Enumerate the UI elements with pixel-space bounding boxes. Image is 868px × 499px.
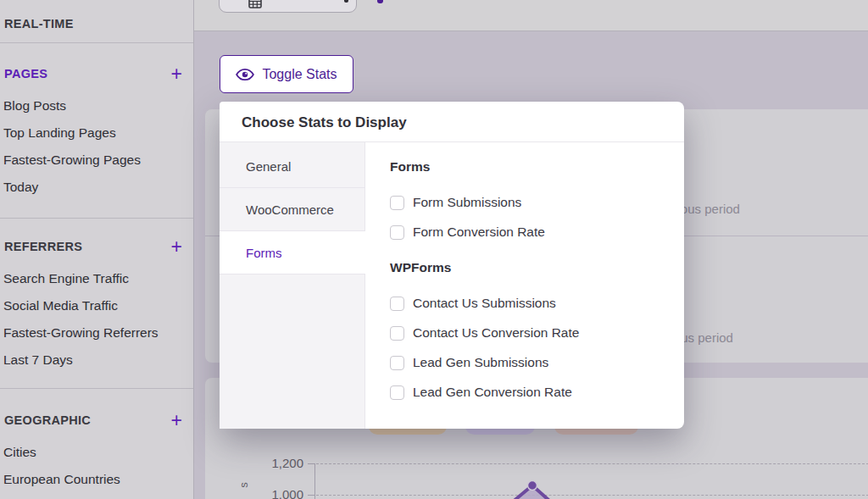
checkbox-contact-us-conversion-rate[interactable] [390, 326, 404, 341]
popover-title: Choose Stats to Display [220, 102, 684, 142]
sidebar-item-blog-posts[interactable]: Blog Posts [0, 92, 193, 119]
sidebar-heading-referrers[interactable]: REFERRERS [4, 240, 82, 253]
tab-woocommerce[interactable]: WooCommerce [220, 188, 364, 231]
sidebar-item-european-countries[interactable]: European Countries [0, 466, 193, 493]
sidebar-item-fastest-growing-referrers[interactable]: Fastest-Growing Referrers [0, 319, 193, 347]
option-form-submissions[interactable]: Form Submissions [390, 195, 684, 210]
option-lead-gen-submissions[interactable]: Lead Gen Submissions [390, 355, 684, 370]
sidebar-heading-pages[interactable]: PAGES [4, 67, 47, 80]
option-form-conversion-rate[interactable]: Form Conversion Rate [390, 225, 684, 240]
sidebar-item-search-engine-traffic[interactable]: Search Engine Traffic [0, 265, 193, 292]
sidebar-item-fastest-growing-pages[interactable]: Fastest-Growing Pages [0, 147, 193, 174]
date-range-picker[interactable] [219, 0, 357, 13]
toggle-stats-label: Toggle Stats [262, 67, 337, 82]
sidebar-item-social-media-traffic[interactable]: Social Media Traffic [0, 292, 193, 319]
add-geographic-report-icon[interactable]: + [171, 413, 182, 427]
calendar-icon [248, 0, 262, 8]
sidebar-section-pages: PAGES + Blog Posts Top Landing Pages Fas… [0, 43, 193, 219]
group-heading-forms: Forms [390, 159, 684, 175]
checkbox-form-submissions[interactable] [390, 196, 404, 210]
sidebar-section-geographic: GEOGRAPHIC + Cities European Countries [0, 389, 193, 499]
option-label: Contact Us Submissions [413, 296, 556, 311]
choose-stats-popover: Choose Stats to Display General WooComme… [220, 102, 684, 429]
popover-tab-panel: Forms Form Submissions Form Conversion R… [365, 142, 684, 429]
toggle-stats-button[interactable]: Toggle Stats [220, 55, 353, 93]
option-label: Lead Gen Submissions [413, 355, 548, 370]
tab-forms[interactable]: Forms [220, 231, 365, 274]
analytics-sidebar: REAL-TIME PAGES + Blog Posts Top Landing… [0, 0, 194, 499]
checkbox-form-conversion-rate[interactable] [390, 225, 404, 240]
option-label: Form Submissions [413, 195, 521, 210]
top-toolbar [194, 0, 868, 31]
chevron-down-icon [344, 0, 348, 3]
sidebar-item-cities[interactable]: Cities [0, 439, 193, 466]
sidebar-item-real-time[interactable]: REAL-TIME [4, 17, 74, 30]
add-referrers-report-icon[interactable]: + [171, 240, 182, 253]
sidebar-heading-geographic[interactable]: GEOGRAPHIC [4, 413, 91, 427]
option-lead-gen-conversion-rate[interactable]: Lead Gen Conversion Rate [390, 385, 684, 400]
option-contact-us-submissions[interactable]: Contact Us Submissions [390, 296, 684, 311]
sidebar-item-today[interactable]: Today [0, 174, 193, 201]
option-label: Form Conversion Rate [413, 225, 545, 240]
popover-tab-list: General WooCommerce Forms [220, 142, 365, 429]
sidebar-section-realtime: REAL-TIME [0, 0, 193, 43]
checkbox-contact-us-submissions[interactable] [390, 297, 404, 311]
group-heading-wpforms: WPForms [390, 260, 684, 275]
checkbox-lead-gen-conversion-rate[interactable] [390, 385, 404, 400]
option-label: Lead Gen Conversion Rate [413, 385, 572, 400]
option-label: Contact Us Conversion Rate [413, 325, 579, 341]
help-icon[interactable] [377, 0, 383, 3]
add-pages-report-icon[interactable]: + [171, 67, 182, 80]
eye-icon [236, 68, 254, 81]
sidebar-item-last-7-days[interactable]: Last 7 Days [0, 347, 193, 374]
sidebar-item-top-landing-pages[interactable]: Top Landing Pages [0, 119, 193, 147]
checkbox-lead-gen-submissions[interactable] [390, 356, 404, 370]
option-contact-us-conversion-rate[interactable]: Contact Us Conversion Rate [390, 325, 684, 341]
sidebar-section-referrers: REFERRERS + Search Engine Traffic Social… [0, 219, 193, 389]
tab-general[interactable]: General [220, 145, 364, 188]
